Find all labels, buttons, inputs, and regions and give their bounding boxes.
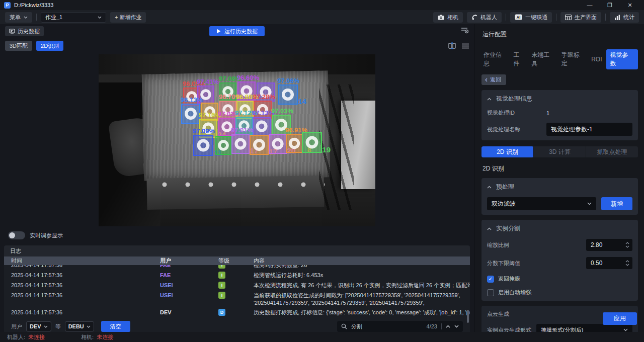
config-tab[interactable]: ROI	[589, 54, 604, 64]
chevron-down-icon	[587, 202, 592, 205]
chevron-up-icon[interactable]	[487, 227, 492, 230]
log-time: 2025-04-14 17:57:36	[4, 272, 153, 279]
camera-button[interactable]: 相机	[433, 12, 463, 23]
auto-enhance-checkbox[interactable]	[487, 289, 494, 296]
clear-log-button[interactable]: 清空	[101, 321, 130, 332]
log-user: USEI	[153, 282, 211, 289]
log-content: 本次检测流程完成, 有 26 个结果，识别出 26 个实例，实例过滤后返回 26…	[254, 282, 470, 289]
detection-id: 19	[322, 145, 331, 154]
search-prev-icon[interactable]	[446, 325, 450, 328]
log-row[interactable]: 2025-04-14 17:57:36DEVD历史数据打标完成, 打标信息: {…	[4, 307, 470, 317]
return-mask-label: 返回掩膜	[498, 275, 520, 283]
vision-name-input[interactable]: 视觉处理参数-1	[546, 123, 632, 136]
stats-button[interactable]: 统计	[610, 12, 639, 23]
detection-box: 96.91%8	[286, 134, 303, 153]
chevron-up-icon[interactable]	[487, 186, 492, 189]
ai-icon: AI	[515, 14, 522, 20]
chevron-up-icon[interactable]	[487, 98, 492, 101]
button-label: 机器人	[480, 14, 497, 21]
tab-3d-match[interactable]: 3D匹配	[5, 41, 32, 51]
segmentation-title: 实例分割	[496, 224, 520, 233]
scale-stepper[interactable]: 2.80	[586, 239, 632, 251]
config-tab[interactable]: 作业信息	[481, 49, 509, 69]
detection-score: 97.03%	[271, 107, 293, 115]
detection-box: 97.09%11	[193, 135, 213, 156]
config-tab[interactable]: 末端工具	[529, 49, 557, 69]
stepper-up-icon[interactable]	[625, 242, 629, 244]
user-filter-label: 用户	[11, 323, 22, 330]
log-row[interactable]: 2025-04-14 17:57:36USEII客户端触发, 检测流程耗时: 6…	[4, 317, 470, 319]
history-filter-button[interactable]	[461, 27, 469, 35]
log-table-header: 时间 用户 等级 内容	[4, 256, 470, 265]
vision-name-label: 视觉处理名称	[487, 126, 546, 133]
log-search-box[interactable]: 分割 4/23	[337, 321, 463, 332]
play-icon	[216, 29, 221, 34]
vision-id-value: 1	[546, 110, 549, 116]
divider	[506, 14, 506, 21]
history-data-button[interactable]: 历史数据	[5, 26, 44, 36]
detection-score: 96.60%	[237, 74, 259, 81]
return-mask-checkbox[interactable]: ✓	[487, 276, 494, 283]
log-row[interactable]: 2025-04-14 17:57:36FAEI检测管线运行总耗时: 6.453s	[4, 270, 470, 280]
new-job-button[interactable]: + 新增作业	[110, 12, 146, 23]
config-tab[interactable]: 工件	[511, 49, 527, 69]
log-level-badge: D	[218, 309, 225, 316]
robot-status-value: 未连接	[28, 333, 45, 341]
maximize-button[interactable]: ❐	[600, 0, 620, 10]
mode-tab[interactable]: 2D 识别	[481, 146, 534, 157]
log-rows[interactable]: 2025-04-14 17:57:36FAEI检测到的实例数量: 262025-…	[4, 265, 470, 319]
detection-box: 97.01%17	[231, 134, 250, 154]
mode-tab[interactable]: 抓取点处理	[586, 146, 638, 157]
log-scrollbar[interactable]	[467, 310, 469, 323]
button-label: 相机	[447, 14, 458, 21]
add-preprocess-button[interactable]: 新增	[601, 197, 632, 210]
search-result-count: 4/23	[427, 323, 437, 329]
apply-button[interactable]: 应用	[603, 312, 637, 325]
titlebar: P D:/Pickwiz/3333 — ❐ ✕	[0, 0, 644, 10]
level-filter-select[interactable]: DEBU	[65, 321, 94, 331]
run-history-button[interactable]: 运行历史数据	[209, 26, 265, 36]
job-select[interactable]: 作业_1	[41, 12, 106, 23]
camera-image-view[interactable]: 96.05%97.41%97.08%96.60%97.06%1496.13%96…	[99, 54, 375, 226]
log-row[interactable]: 2025-04-14 17:57:36FAEI检测到的实例数量: 26	[4, 265, 470, 270]
tab-2d-recognition[interactable]: 2D识别	[36, 41, 63, 51]
preprocess-select[interactable]: 双边滤波	[487, 197, 596, 210]
detected-part	[271, 137, 284, 151]
compare-view-icon[interactable]	[448, 42, 456, 49]
log-row[interactable]: 2025-04-14 17:57:36USEII当前获取的抓取位姿生成的时间戳为…	[4, 290, 470, 307]
divider	[605, 14, 606, 21]
user-filter-select[interactable]: DEV	[26, 321, 51, 331]
detection-score: 97.09%	[193, 127, 215, 135]
chevron-down-icon	[44, 325, 48, 328]
stepper-down-icon[interactable]	[625, 245, 629, 248]
stepper-down-icon[interactable]	[625, 264, 629, 266]
log-user: USEI	[153, 292, 211, 299]
menu-list-icon[interactable]	[462, 43, 469, 49]
search-next-icon[interactable]	[454, 325, 459, 328]
log-row[interactable]: 2025-04-14 17:57:36USEII本次检测流程完成, 有 26 个…	[4, 280, 470, 290]
detection-score: 97.01%	[231, 126, 253, 134]
detection-box: 96.13%	[181, 104, 200, 124]
scale-label: 缩放比例	[487, 241, 509, 249]
mode-tab[interactable]: 3D 计算	[534, 146, 586, 157]
back-button[interactable]: 返回	[481, 74, 506, 85]
log-level: D	[211, 309, 254, 316]
close-button[interactable]: ✕	[620, 0, 640, 10]
robot-button[interactable]: 机器人	[467, 12, 502, 23]
menubar: 菜单 作业_1 + 新增作业 相机机器人AI一键联通生产界面统计	[0, 10, 644, 24]
stepper-up-icon[interactable]	[625, 260, 629, 263]
history-icon	[9, 29, 15, 34]
menu-dropdown[interactable]: 菜单	[5, 12, 32, 23]
score-threshold-stepper[interactable]: 0.50	[586, 257, 632, 269]
ai-button[interactable]: AI一键联通	[510, 12, 552, 23]
log-content: 历史数据打标完成, 打标信息: {'stage': 'success', 'co…	[254, 309, 470, 316]
production-button[interactable]: 生产界面	[560, 12, 601, 23]
config-tab[interactable]: 视觉参数	[606, 49, 638, 69]
chevron-left-icon	[485, 78, 488, 82]
minimize-button[interactable]: —	[580, 0, 600, 10]
config-tab[interactable]: 手眼标定	[559, 49, 587, 69]
history-bar: 历史数据 运行历史数据	[0, 24, 474, 38]
window-title: D:/Pickwiz/3333	[14, 2, 53, 8]
realtime-toggle[interactable]	[8, 231, 25, 239]
detected-part	[234, 137, 247, 151]
